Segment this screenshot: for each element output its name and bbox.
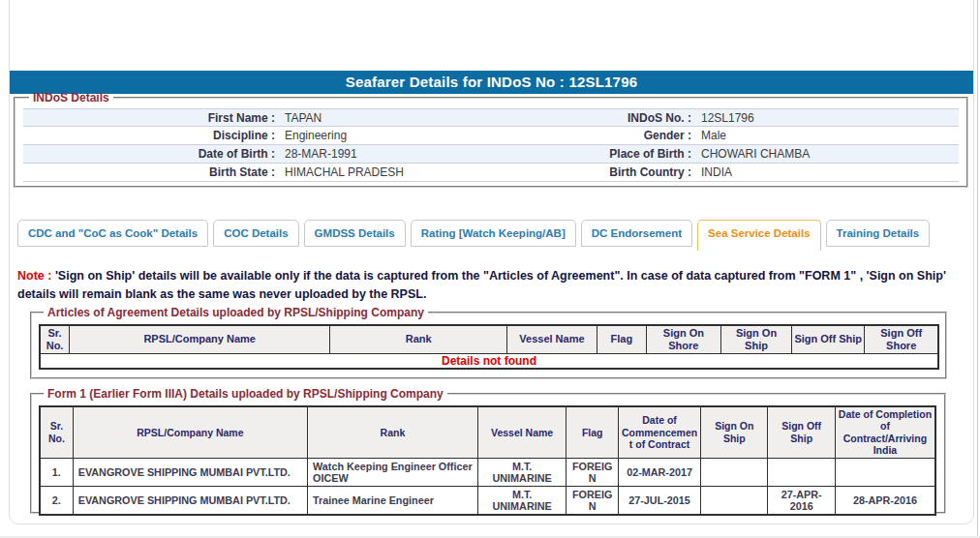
field-label: Gender :	[483, 129, 691, 142]
tab-gmdss-details[interactable]: GMDSS Details	[304, 220, 406, 247]
column-header: Date of Commencement of Contract	[619, 406, 701, 458]
indos-row: Date of Birth : 28-MAR-1991 Place of Bir…	[23, 145, 959, 164]
field-label: Discipline :	[23, 129, 275, 142]
cell-flag: FOREIGN	[567, 458, 619, 486]
table-row: 1. EVANGROVE SHIPPING MUMBAI PVT.LTD. Wa…	[40, 458, 935, 486]
table-row: 2. EVANGROVE SHIPPING MUMBAI PVT.LTD. Tr…	[40, 486, 935, 515]
field-value: CHOWARI CHAMBA	[691, 147, 959, 161]
form1-table: Sr. No. RPSL/Company Name Rank Vessel Na…	[39, 405, 936, 516]
tab-rating-watch-keeping-ab[interactable]: Rating [Watch Keeping/AB]	[411, 220, 576, 247]
field-label: Place of Birth :	[483, 147, 691, 161]
page-edge-line	[977, 0, 978, 538]
cell-sign-off-ship: 27-APR-2016	[768, 486, 835, 515]
column-header: Flag	[597, 325, 646, 353]
empty-row: Details not found	[40, 353, 938, 369]
column-header: Rank	[308, 406, 478, 458]
column-header: Sr. No.	[40, 406, 73, 458]
column-header: Sr. No.	[40, 325, 70, 353]
field-value: TAPAN	[275, 111, 483, 125]
note-text: Note : 'Sign on Ship' details will be av…	[17, 267, 963, 305]
note-body: 'Sign on Ship' details will be available…	[17, 269, 946, 301]
column-header: Sign On Ship	[720, 325, 791, 353]
column-header: Flag	[567, 406, 619, 458]
cell-sr-no: 1.	[40, 458, 73, 486]
field-value: Male	[691, 129, 959, 142]
articles-of-agreement-fieldset: Articles of Agreement Details uploaded b…	[30, 306, 947, 379]
field-value: 12SL1796	[691, 111, 959, 125]
tab-cdc-coc-as-cook-details[interactable]: CDC and "CoC as Cook" Details	[17, 220, 208, 247]
cell-vessel: M.T. UNIMARINE	[477, 458, 567, 486]
field-label: Birth Country :	[483, 165, 691, 179]
tab-sea-service-details[interactable]: Sea Service Details	[697, 220, 821, 251]
tab-dc-endorsement[interactable]: DC Endorsement	[581, 220, 692, 247]
note-prefix: Note :	[17, 269, 51, 283]
cell-company: EVANGROVE SHIPPING MUMBAI PVT.LTD.	[73, 458, 307, 486]
cell-rank: Watch Keeping Engineer Officer OICEW	[308, 458, 478, 486]
tab-coc-details[interactable]: COC Details	[213, 220, 298, 247]
indos-row: Discipline : Engineering Gender : Male	[23, 127, 959, 145]
cell-sign-on-ship	[701, 458, 768, 486]
form1-fieldset: Form 1 (Earlier Form IIIA) Details uploa…	[30, 387, 946, 514]
cell-commencement-date: 02-MAR-2017	[619, 458, 701, 486]
table-header-row: Sr. No. RPSL/Company Name Rank Vessel Na…	[40, 325, 938, 353]
cell-sr-no: 2.	[40, 486, 73, 515]
articles-table: Sr. No. RPSL/Company Name Rank Vessel Na…	[39, 324, 939, 370]
field-value: Engineering	[275, 129, 483, 142]
column-header: Sign On Shore	[646, 325, 720, 353]
indos-row: Birth State : HIMACHAL PRADESH Birth Cou…	[23, 164, 959, 182]
tab-bar: CDC and "CoC as Cook" Details COC Detail…	[17, 220, 930, 251]
field-label: Date of Birth :	[23, 147, 275, 161]
field-value: HIMACHAL PRADESH	[275, 165, 483, 179]
indos-details-legend: INDoS Details	[29, 91, 113, 105]
indos-details-fieldset: INDoS Details First Name : TAPAN INDoS N…	[14, 91, 968, 188]
cell-completion-date: 28-APR-2016	[835, 486, 935, 515]
column-header: RPSL/Company Name	[70, 325, 330, 353]
cell-sign-on-ship	[701, 486, 768, 515]
field-label: Birth State :	[23, 165, 275, 179]
column-header: RPSL/Company Name	[73, 406, 307, 458]
table-header-row: Sr. No. RPSL/Company Name Rank Vessel Na…	[40, 406, 935, 458]
field-label: INDoS No. :	[483, 111, 691, 125]
cell-completion-date	[835, 458, 935, 486]
field-label: First Name :	[23, 111, 275, 125]
column-header: Date of Completion of Contract/Arriving …	[835, 406, 935, 458]
cell-sign-off-ship	[768, 458, 835, 486]
cell-rank: Trainee Marine Engineer	[308, 486, 478, 515]
articles-legend: Articles of Agreement Details uploaded b…	[44, 306, 428, 319]
column-header: Vessel Name	[477, 406, 567, 458]
cell-commencement-date: 27-JUL-2015	[619, 486, 701, 515]
form1-legend: Form 1 (Earlier Form IIIA) Details uploa…	[44, 387, 447, 401]
cell-vessel: M.T. UNIMARINE	[477, 486, 567, 515]
column-header: Sign On Ship	[701, 406, 768, 458]
field-value: INDIA	[691, 165, 959, 179]
cell-company: EVANGROVE SHIPPING MUMBAI PVT.LTD.	[73, 486, 307, 515]
tab-training-details[interactable]: Training Details	[826, 220, 931, 247]
cell-flag: FOREIGN	[567, 486, 619, 515]
field-value: 28-MAR-1991	[275, 147, 483, 161]
column-header: Sign Off Ship	[768, 406, 835, 458]
column-header: Rank	[330, 325, 507, 353]
column-header: Sign Off Shore	[865, 325, 938, 353]
details-not-found-message: Details not found	[40, 353, 938, 369]
indos-row: First Name : TAPAN INDoS No. : 12SL1796	[23, 108, 959, 127]
column-header: Sign Off Ship	[792, 325, 865, 353]
column-header: Vessel Name	[507, 325, 597, 353]
